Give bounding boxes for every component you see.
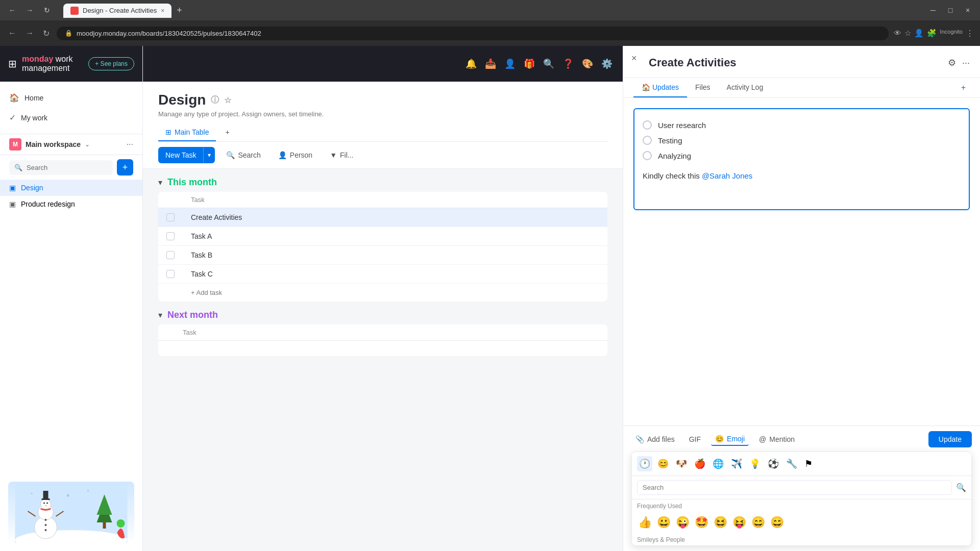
nav-refresh-icon[interactable]: ↻ — [41, 27, 52, 40]
sidebar-item-my-work[interactable]: ✓ My work — [0, 108, 142, 128]
search-global-icon[interactable]: 🔍 — [543, 58, 554, 69]
close-window-button[interactable]: × — [961, 3, 975, 17]
browser-tab-active[interactable]: Design - Create Activities × — [63, 4, 172, 18]
workspace-more-icon[interactable]: ··· — [127, 140, 133, 149]
emoji-scroll-area: Frequently Used 👍 😀 😜 🤩 😆 😝 😄 😄 Smileys … — [632, 499, 971, 545]
task-row-c[interactable]: Task C — [158, 265, 607, 284]
workspace-avatar: M — [9, 138, 21, 151]
person-filter-button[interactable]: 👤 Person — [272, 147, 318, 163]
menu-icon[interactable]: ⋮ — [966, 29, 974, 38]
new-task-arrow-button[interactable]: ▾ — [203, 147, 215, 163]
todo-checkbox-0[interactable] — [643, 120, 652, 130]
panel-tab-files[interactable]: Files — [687, 78, 719, 97]
browser-titlebar: ← → ↻ Design - Create Activities × + ─ □… — [0, 0, 980, 20]
board-info-icon[interactable]: ⓘ — [211, 95, 219, 106]
emoji-wink-tongue[interactable]: 😜 — [674, 514, 692, 531]
sidebar-item-product-redesign[interactable]: ▣ Product redesign — [0, 196, 142, 212]
group-toggle-next-month[interactable]: ▾ — [158, 310, 162, 320]
my-work-icon: ✓ — [9, 113, 16, 122]
nav-forward-button[interactable]: → — [22, 3, 37, 17]
sidebar-item-home[interactable]: 🏠 Home — [0, 88, 142, 108]
emoji-cat-flags[interactable]: ⚑ — [802, 456, 815, 471]
search-toolbar-button[interactable]: 🔍 Search — [220, 147, 266, 163]
emoji-cat-activities[interactable]: ⚽ — [766, 456, 781, 471]
emoji-grin[interactable]: 😀 — [655, 514, 673, 531]
emoji-cat-places[interactable]: 🌐 — [710, 456, 726, 471]
emoji-grinsweat[interactable]: 😄 — [768, 514, 786, 531]
panel-tab-add-button[interactable]: + — [957, 78, 970, 97]
todo-checkbox-2[interactable] — [643, 151, 652, 160]
nav-back-button[interactable]: ← — [5, 3, 19, 17]
emoji-button[interactable]: 😊 Emoji — [711, 433, 749, 446]
notification-icon[interactable]: 🔔 — [465, 58, 477, 69]
todo-checkbox-1[interactable] — [643, 136, 652, 145]
update-button[interactable]: Update — [928, 431, 972, 447]
workspace-chevron-icon[interactable]: ⌄ — [85, 141, 90, 148]
tab-close-button[interactable]: × — [161, 7, 164, 14]
gift-icon[interactable]: 🎁 — [524, 58, 535, 69]
task-checkbox-2[interactable] — [166, 251, 175, 259]
group-title-next-month[interactable]: Next month — [167, 310, 218, 320]
task-checkbox-0[interactable] — [166, 213, 175, 221]
group-title-this-month[interactable]: This month — [167, 177, 217, 188]
nav-back-icon[interactable]: ← — [6, 27, 18, 40]
new-task-main-button[interactable]: New Task — [158, 147, 203, 163]
board-favorite-icon[interactable]: ☆ — [224, 95, 231, 105]
task-row-a[interactable]: Task A — [158, 227, 607, 246]
emoji-cat-travel[interactable]: ✈️ — [729, 456, 744, 471]
extension-icon[interactable]: 🧩 — [927, 29, 937, 38]
grid-icon[interactable]: ⊞ — [8, 58, 17, 70]
workspace-name: Main workspace — [26, 140, 81, 148]
emoji-cat-symbols[interactable]: 🔧 — [784, 456, 799, 471]
users-icon[interactable]: 👤 — [504, 58, 516, 69]
address-bar[interactable]: 🔒 moodjoy.monday.com/boards/1830420525/p… — [57, 27, 889, 40]
task-row-create-activities[interactable]: Create Activities — [158, 208, 607, 227]
task-checkbox-1[interactable] — [166, 232, 175, 240]
profile-icon[interactable]: 👤 — [914, 29, 924, 38]
emoji-smile[interactable]: 😄 — [749, 514, 767, 531]
nav-forward-icon[interactable]: → — [23, 27, 36, 40]
emoji-cat-recent[interactable]: 🕐 — [637, 456, 652, 471]
mention-link[interactable]: @Sarah Jones — [702, 171, 752, 180]
emoji-cat-animals[interactable]: 🐶 — [674, 456, 689, 471]
task-row-b[interactable]: Task B — [158, 246, 607, 265]
emoji-search-input[interactable] — [637, 480, 952, 495]
nav-refresh-button[interactable]: ↻ — [40, 3, 54, 17]
help-icon[interactable]: ❓ — [562, 58, 574, 69]
emoji-starstruck[interactable]: 🤩 — [693, 514, 710, 531]
inbox-icon[interactable]: 📥 — [485, 58, 496, 69]
panel-settings-icon[interactable]: ⚙ — [948, 57, 956, 68]
see-plans-button[interactable]: + See plans — [88, 57, 134, 70]
task-checkbox-3[interactable] — [166, 270, 175, 278]
emoji-laughing[interactable]: 😆 — [712, 514, 729, 531]
emoji-cat-smileys[interactable]: 😊 — [655, 456, 671, 471]
filter-button[interactable]: ▼ Fil... — [324, 147, 359, 163]
add-files-button[interactable]: 📎 Add files — [631, 433, 679, 445]
tab-add-view[interactable]: + — [218, 124, 236, 141]
svg-text:❄: ❄ — [31, 492, 33, 495]
emoji-cat-food[interactable]: 🍎 — [692, 456, 707, 471]
sidebar-item-design[interactable]: ▣ Design — [0, 180, 142, 196]
panel-tab-updates[interactable]: 🏠 Updates — [633, 78, 687, 97]
gif-button[interactable]: GIF — [685, 433, 705, 445]
new-tab-button[interactable]: + — [173, 3, 186, 18]
add-task-row[interactable]: + Add task — [158, 284, 607, 302]
emoji-thumbsup[interactable]: 👍 — [636, 514, 654, 531]
panel-close-button[interactable]: × — [631, 53, 637, 64]
tab-main-table[interactable]: ⊞ Main Table — [158, 124, 216, 141]
panel-tab-activity[interactable]: Activity Log — [719, 78, 772, 97]
panel-more-icon[interactable]: ··· — [962, 58, 970, 68]
minimize-button[interactable]: ─ — [926, 3, 940, 17]
mention-button[interactable]: @ Mention — [755, 433, 799, 445]
star-icon[interactable]: ☆ — [904, 29, 911, 38]
svg-point-9 — [46, 503, 48, 504]
emoji-squint-tongue[interactable]: 😝 — [730, 514, 748, 531]
browser-action-buttons: 👁 ☆ 👤 🧩 Incognito ⋮ — [894, 29, 974, 38]
add-item-button[interactable]: + — [117, 159, 133, 176]
search-input[interactable]: 🔍 Search — [9, 160, 113, 175]
emoji-cat-objects[interactable]: 💡 — [747, 456, 763, 471]
group-toggle-this-month[interactable]: ▾ — [158, 178, 162, 187]
maximize-button[interactable]: □ — [943, 3, 958, 17]
theme-icon[interactable]: 🎨 — [582, 58, 593, 69]
settings-icon[interactable]: ⚙️ — [601, 58, 612, 69]
